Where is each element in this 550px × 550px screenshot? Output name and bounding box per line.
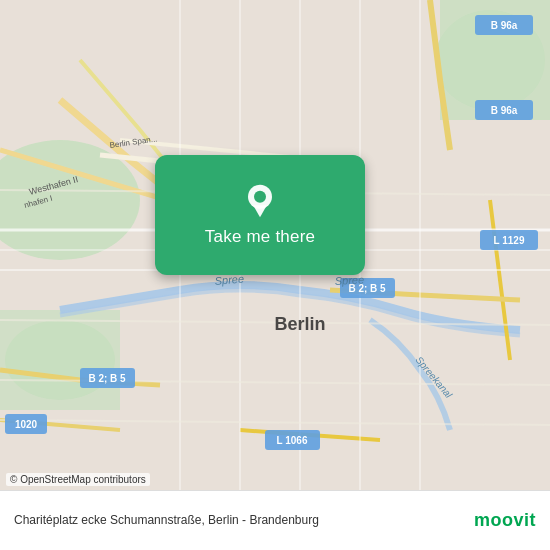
osm-credit: © OpenStreetMap contributors — [6, 473, 150, 486]
svg-text:L 1066: L 1066 — [277, 435, 308, 446]
moovit-brand-end: it — [524, 510, 536, 530]
footer: Charitéplatz ecke Schumannstraße, Berlin… — [0, 490, 550, 550]
address-text: Charitéplatz ecke Schumannstraße, Berlin… — [14, 512, 319, 529]
svg-text:L 1129: L 1129 — [494, 235, 525, 246]
moovit-brand-start: moov — [474, 510, 524, 530]
moovit-logo: moovit — [474, 510, 536, 531]
cta-label: Take me there — [205, 227, 315, 247]
map-view: B 96a B 96a L 1129 B 2; B 5 B 2; B 5 102… — [0, 0, 550, 490]
svg-text:B 96a: B 96a — [491, 20, 518, 31]
location-pin-icon — [242, 183, 278, 219]
svg-text:1020: 1020 — [15, 419, 38, 430]
svg-text:Spree: Spree — [334, 273, 364, 287]
svg-marker-41 — [253, 205, 267, 217]
take-me-there-button[interactable]: Take me there — [155, 155, 365, 275]
svg-text:B 2; B 5: B 2; B 5 — [88, 373, 126, 384]
svg-text:Berlin: Berlin — [274, 314, 325, 334]
moovit-brand-text: moovit — [474, 510, 536, 531]
svg-point-40 — [254, 191, 266, 203]
svg-text:B 96a: B 96a — [491, 105, 518, 116]
